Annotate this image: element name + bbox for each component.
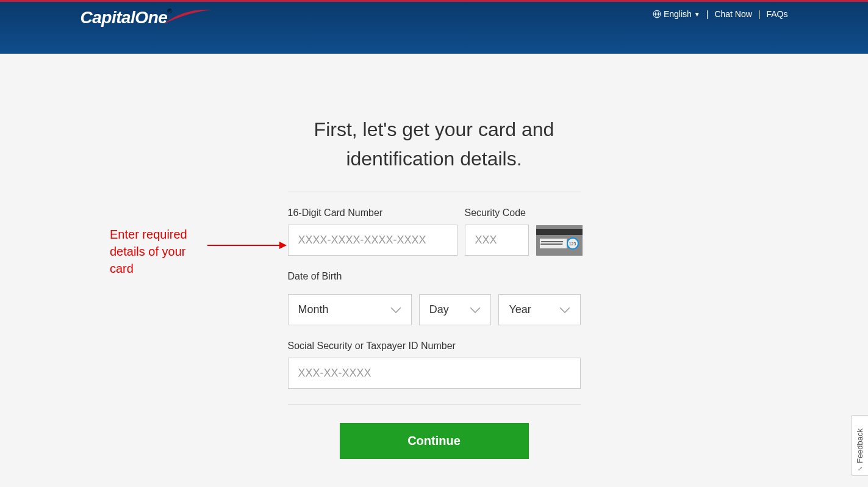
swoosh-icon <box>160 5 215 29</box>
language-selector[interactable]: English ▼ <box>653 9 700 19</box>
chat-link[interactable]: Chat Now <box>714 9 751 19</box>
form-container: First, let's get your card and identific… <box>288 72 581 459</box>
brand-logo[interactable]: CapitalOne® <box>81 8 172 27</box>
divider-line <box>288 404 581 405</box>
page-title: First, let's get your card and identific… <box>276 115 593 173</box>
divider: | <box>706 9 709 19</box>
card-number-label: 16-Digit Card Number <box>288 207 457 218</box>
ssn-label: Social Security or Taxpayer ID Number <box>288 341 581 352</box>
security-code-input[interactable] <box>465 225 529 256</box>
brand-name: CapitalOne <box>81 8 168 27</box>
header-bar: CapitalOne® English ▼ | Chat Now | FAQs <box>0 0 868 54</box>
expand-icon: ⤢ <box>858 465 863 472</box>
card-number-input[interactable] <box>288 225 457 256</box>
chevron-down-icon <box>470 307 481 313</box>
annotation-text: Enter required details of your card <box>110 226 207 277</box>
cvv-hint-image: 123 <box>536 225 583 256</box>
continue-button[interactable]: Continue <box>340 423 529 459</box>
cvv-hint-digits: 123 <box>567 237 579 250</box>
ssn-input[interactable] <box>288 358 581 389</box>
dob-year-value: Year <box>509 303 531 316</box>
svg-marker-7 <box>279 242 287 249</box>
dob-year-select[interactable]: Year <box>498 294 580 325</box>
language-label: English <box>664 9 692 19</box>
faqs-link[interactable]: FAQs <box>766 9 787 19</box>
feedback-tab[interactable]: Feedback ⤢ <box>851 415 868 476</box>
dob-day-value: Day <box>429 303 449 316</box>
globe-icon <box>653 10 661 18</box>
divider: | <box>758 9 761 19</box>
feedback-label: Feedback <box>855 428 864 463</box>
chevron-down-icon <box>390 307 401 313</box>
dob-day-select[interactable]: Day <box>419 294 492 325</box>
dob-label: Date of Birth <box>288 271 581 282</box>
caret-down-icon: ▼ <box>694 11 700 18</box>
annotation-arrow-icon <box>207 239 287 251</box>
top-nav-links: English ▼ | Chat Now | FAQs <box>653 9 788 19</box>
chevron-down-icon <box>559 307 570 313</box>
dob-month-select[interactable]: Month <box>288 294 412 325</box>
dob-month-value: Month <box>298 303 329 316</box>
security-code-label: Security Code <box>465 207 529 218</box>
divider-line <box>288 192 581 192</box>
